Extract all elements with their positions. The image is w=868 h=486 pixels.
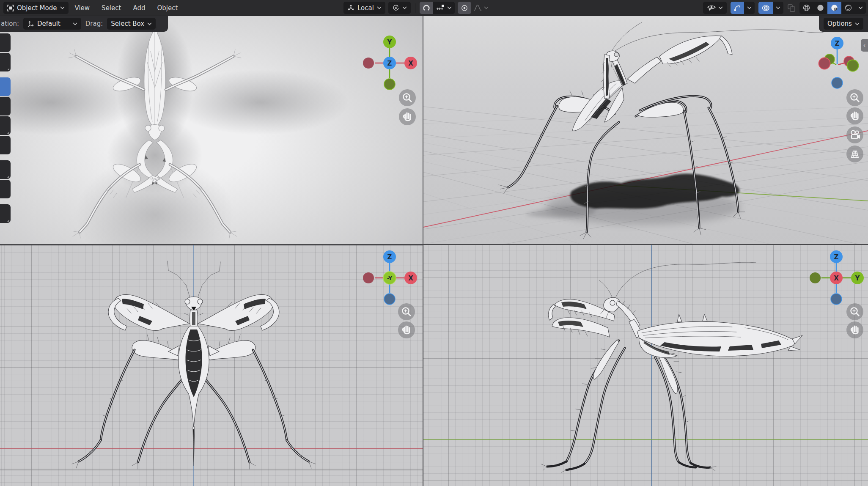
- gizmo-axis-x[interactable]: X: [404, 57, 417, 69]
- proportional-editing-toggle[interactable]: [458, 2, 471, 14]
- toolbar-strip: [0, 33, 11, 224]
- tool-settings-options: Options: [819, 16, 868, 32]
- sidebar-toggle-tab[interactable]: ‹: [861, 39, 868, 52]
- axis-lines: [423, 245, 868, 486]
- pan-hand-button[interactable]: [846, 107, 863, 124]
- drag-mode-dropdown[interactable]: Select Box: [107, 18, 156, 30]
- viewport-right[interactable]: Z Y X: [423, 245, 868, 486]
- zoom-button[interactable]: [398, 303, 415, 320]
- overlays-dropdown[interactable]: [773, 2, 783, 14]
- mantis-model-right-view[interactable]: [541, 262, 802, 472]
- chevron-down-icon[interactable]: [484, 6, 489, 9]
- overlays-group: [758, 2, 783, 14]
- tool-button[interactable]: [0, 97, 11, 115]
- gizmo-axis-z[interactable]: Z: [831, 37, 843, 49]
- tool-button[interactable]: [0, 160, 11, 179]
- menu-view[interactable]: View: [69, 0, 96, 16]
- mantis-shadow: [525, 174, 741, 225]
- header-left-group: Object Mode View Select Add Object: [3, 0, 183, 16]
- viewport-header: Object Mode View Select Add Object Local: [0, 0, 868, 16]
- transform-orientation-dropdown[interactable]: Local: [343, 2, 385, 14]
- pan-hand-button[interactable]: [399, 108, 416, 125]
- gizmo-axis-x[interactable]: X: [404, 272, 417, 284]
- mode-selector-label: Object Mode: [17, 4, 57, 12]
- tool-button[interactable]: [0, 136, 11, 154]
- shading-dropdown[interactable]: [855, 2, 866, 14]
- axis-lines: [0, 245, 423, 486]
- snapping-group: [420, 2, 455, 14]
- gizmo-axis-z[interactable]: Z: [830, 250, 843, 263]
- chevron-down-icon: [147, 22, 152, 25]
- shading-wireframe-icon: [802, 4, 810, 12]
- tool-button[interactable]: [0, 53, 11, 71]
- camera-view-button[interactable]: [846, 126, 863, 143]
- navigation-gizmo-top-view[interactable]: Y X Z: [361, 35, 418, 91]
- gizmo-axis-z-center[interactable]: Z: [383, 57, 396, 69]
- show-object-types-dropdown[interactable]: [703, 2, 727, 14]
- gizmo-axis-y[interactable]: [847, 60, 859, 71]
- perspective-scene: [423, 16, 868, 244]
- mantis-model-top-view[interactable]: [69, 19, 241, 238]
- viewport-gizmos-toggle[interactable]: [731, 2, 744, 14]
- shading-material-preview-button[interactable]: [827, 2, 841, 14]
- chevron-down-icon: [447, 6, 452, 9]
- shading-rendered-button[interactable]: [841, 2, 855, 14]
- menu-select[interactable]: Select: [96, 0, 126, 16]
- tool-button[interactable]: [0, 204, 11, 223]
- navigation-gizmo-right-view[interactable]: Z Y X: [808, 250, 865, 306]
- gizmo-axis-z[interactable]: Z: [383, 250, 396, 263]
- zoom-button[interactable]: [399, 89, 416, 106]
- gizmo-axis-z-neg[interactable]: [832, 77, 843, 88]
- xray-toggle[interactable]: [787, 4, 796, 12]
- gizmo-axis-y[interactable]: Y: [383, 36, 396, 48]
- gizmo-axis-x-neg[interactable]: [819, 58, 830, 69]
- shading-rendered-icon: [844, 4, 852, 12]
- pan-hand-button[interactable]: [398, 321, 415, 338]
- viewport-top[interactable]: Y X Z: [0, 16, 423, 244]
- gizmo-axis-z-neg[interactable]: [831, 294, 842, 305]
- zoom-button[interactable]: [846, 89, 863, 106]
- snap-target-dropdown[interactable]: [433, 2, 455, 14]
- svg-text:Z: Z: [834, 253, 839, 261]
- object-mode-icon: [7, 5, 14, 11]
- viewport-overlays-toggle[interactable]: [758, 2, 773, 14]
- gizmos-dropdown[interactable]: [744, 2, 755, 14]
- proportional-editing-icon: [461, 4, 468, 12]
- snap-toggle-button[interactable]: [420, 2, 433, 14]
- tool-button-active[interactable]: [0, 77, 11, 96]
- options-dropdown[interactable]: Options: [824, 18, 863, 30]
- chevron-down-icon: [858, 6, 863, 9]
- tool-button[interactable]: [0, 180, 11, 198]
- gizmo-axis-z-neg[interactable]: [384, 294, 395, 305]
- chevron-down-icon: [73, 22, 77, 25]
- transform-orientation-value: Local: [357, 4, 374, 12]
- gizmo-axis-x-neg[interactable]: [363, 58, 374, 69]
- gizmo-axis-y[interactable]: Y: [851, 272, 864, 284]
- proportional-falloff-icon[interactable]: [473, 4, 482, 11]
- gizmo-axis-y-neg-center[interactable]: -Y: [383, 272, 396, 284]
- toggle-projection-button[interactable]: [846, 146, 863, 162]
- tool-button[interactable]: [0, 33, 11, 52]
- zoom-button[interactable]: [846, 303, 863, 320]
- chevron-down-icon: [776, 6, 780, 9]
- gizmo-axis-x-center[interactable]: X: [830, 272, 843, 284]
- gizmo-axis-x-neg[interactable]: [363, 272, 374, 283]
- menu-object[interactable]: Object: [151, 0, 183, 16]
- navigation-gizmo-3d[interactable]: Z: [805, 31, 868, 95]
- pan-hand-button[interactable]: [846, 321, 863, 338]
- svg-text:Z: Z: [387, 253, 392, 261]
- menu-add[interactable]: Add: [127, 0, 151, 16]
- gizmo-axis-y-neg[interactable]: [810, 272, 821, 283]
- gizmo-axis-y-neg[interactable]: [384, 79, 395, 90]
- header-right-group: [703, 0, 866, 16]
- navigation-gizmo-front-view[interactable]: Z X -Y: [361, 250, 418, 306]
- viewport-front[interactable]: Z X -Y: [0, 245, 423, 486]
- transformation-dropdown[interactable]: Default: [23, 18, 81, 30]
- tool-button[interactable]: [0, 116, 11, 135]
- pivot-point-dropdown[interactable]: [388, 2, 411, 14]
- mode-selector[interactable]: Object Mode: [3, 2, 69, 14]
- shading-solid-button[interactable]: [813, 2, 827, 14]
- viewport-user-perspective[interactable]: Z ‹: [423, 16, 868, 244]
- chevron-down-icon: [377, 6, 382, 9]
- shading-wireframe-button[interactable]: [799, 2, 813, 14]
